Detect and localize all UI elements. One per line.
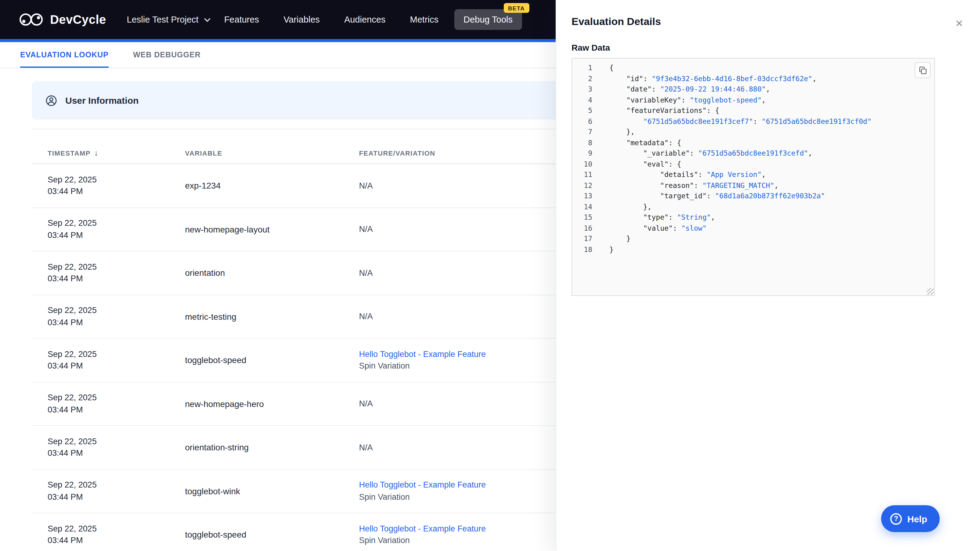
code-plain: "metadata": { [609,138,681,147]
code-line: 17 } [572,234,934,245]
project-selector[interactable]: Leslie Test Project [127,15,211,24]
code-line: 18} [572,245,934,255]
close-icon[interactable]: ✕ [952,16,967,30]
question-mark-icon: ? [890,513,902,524]
code-string: "slow" [681,224,706,232]
row-time: 03:44 PM [48,317,185,329]
evaluation-details-panel: Evaluation Details ✕ Raw Data 1{2 "id": … [556,0,980,551]
code-plain: , [762,170,766,179]
row-date: Sep 22, 2025 [48,348,185,360]
row-date: Sep 22, 2025 [48,523,185,535]
copy-button[interactable] [915,62,931,78]
code-string: "6751d5a65bdc8ee191f3cefd" [698,149,808,157]
timestamp-cell: Sep 22, 202503:44 PM [48,479,185,503]
code-plain: , [774,181,778,189]
tab-web-debugger[interactable]: WEB DEBUGGER [133,42,201,68]
column-header-timestamp[interactable]: TIMESTAMP↓ [48,148,185,157]
code-line: 10 "eval": { [572,159,934,170]
line-number: 8 [572,138,592,148]
line-number: 18 [572,245,592,255]
row-date: Sep 22, 2025 [48,479,185,491]
row-time: 03:44 PM [48,491,185,503]
line-number: 9 [572,148,592,159]
nav-item-audiences[interactable]: Audiences [344,15,385,24]
code-text: "metadata": { [592,138,681,148]
line-number: 14 [572,202,592,212]
copy-icon [919,66,927,74]
row-variable: new-homepage-hero [185,399,359,409]
variable-cell: metric-testing [185,312,359,322]
code-lines: 1{2 "id": "9f3e4b32-6ebb-4d16-8bef-03dcc… [572,63,934,255]
code-plain: "_variable": [609,149,698,157]
line-number: 1 [572,63,592,73]
timestamp-cell: Sep 22, 202503:44 PM [48,436,185,459]
code-plain: } [609,245,614,254]
code-text: "target_id": "68d1a6a20b873ff62e903b2a" [592,191,825,202]
variable-cell: new-homepage-hero [185,399,359,409]
help-button[interactable]: ? Help [881,505,939,532]
brand-logo[interactable]: DevCycle [18,11,106,27]
nav-item-features[interactable]: Features [224,15,259,24]
code-text: } [592,245,614,255]
code-line: 12 "reason": "TARGETING_MATCH", [572,180,934,191]
panel-title: Evaluation Details [571,16,965,28]
code-line: 11 "details": "App Version", [572,170,934,180]
code-plain: "featureVariations": { [609,106,719,115]
timestamp-cell: Sep 22, 202503:44 PM [48,305,185,329]
code-plain: , [808,149,812,157]
code-text: "id": "9f3e4b32-6ebb-4d16-8bef-03dccf3df… [592,73,817,84]
code-plain: "reason": [609,181,703,189]
code-text: "6751d5a65bdc8ee191f3cef7": "6751d5a65bd… [592,116,872,127]
code-plain: "variableKey": [609,95,690,104]
code-string: "6751d5a65bdc8ee191f3cf0d" [762,117,872,125]
timestamp-cell: Sep 22, 202503:44 PM [48,523,185,547]
raw-data-code-block[interactable]: 1{2 "id": "9f3e4b32-6ebb-4d16-8bef-03dcc… [571,58,935,296]
variable-cell: exp-1234 [185,181,359,191]
code-plain: "value": [609,224,681,232]
line-number: 4 [572,95,592,106]
code-plain: } [609,234,630,243]
row-time: 03:44 PM [48,535,185,547]
timestamp-cell: Sep 22, 202503:44 PM [48,348,185,372]
nav-item-variables[interactable]: Variables [284,15,320,24]
code-plain: { [609,64,614,72]
resize-handle[interactable] [927,288,934,295]
nav-item-debug-tools[interactable]: Debug Tools BETA [454,9,522,30]
timestamp-cell: Sep 22, 202503:44 PM [48,392,185,416]
code-plain: "date": [609,85,660,94]
code-string: "TARGETING_MATCH" [703,181,774,189]
code-text: { [592,63,614,73]
row-time: 03:44 PM [48,360,185,372]
code-text: }, [592,127,635,138]
code-text: "details": "App Version", [592,170,766,180]
beta-badge: BETA [504,3,529,13]
line-number: 2 [572,73,592,84]
code-line: 5 "featureVariations": { [572,106,934,116]
project-selector-label: Leslie Test Project [127,15,199,24]
code-plain: , [762,95,766,104]
code-string: "2025-09-22 19:44:46.880" [660,85,766,94]
column-label: TIMESTAMP [48,149,91,157]
line-number: 11 [572,170,592,180]
nav-item-metrics[interactable]: Metrics [410,15,438,24]
raw-data-heading: Raw Data [571,43,965,52]
code-text: }, [592,202,652,212]
code-plain: "type": [609,213,677,221]
column-header-variable[interactable]: VARIABLE [185,149,359,157]
code-plain: "target_id": [609,192,715,200]
variable-cell: orientation [185,268,359,278]
row-date: Sep 22, 2025 [48,436,185,448]
tab-evaluation-lookup[interactable]: EVALUATION LOOKUP [20,42,109,68]
code-plain: }, [609,202,652,211]
brand-name: DevCycle [50,13,106,27]
code-line: 1{ [572,63,934,73]
code-line: 9 "_variable": "6751d5a65bdc8ee191f3cefd… [572,148,934,159]
code-string: "App Version" [707,170,762,179]
sort-desc-icon: ↓ [94,148,99,157]
code-string: "togglebot-speed" [690,95,761,104]
code-plain: , [711,213,715,221]
code-text: "type": "String", [592,212,715,223]
timestamp-cell: Sep 22, 202503:44 PM [48,261,185,285]
code-line: 8 "metadata": { [572,138,934,148]
code-text: "reason": "TARGETING_MATCH", [592,180,778,191]
